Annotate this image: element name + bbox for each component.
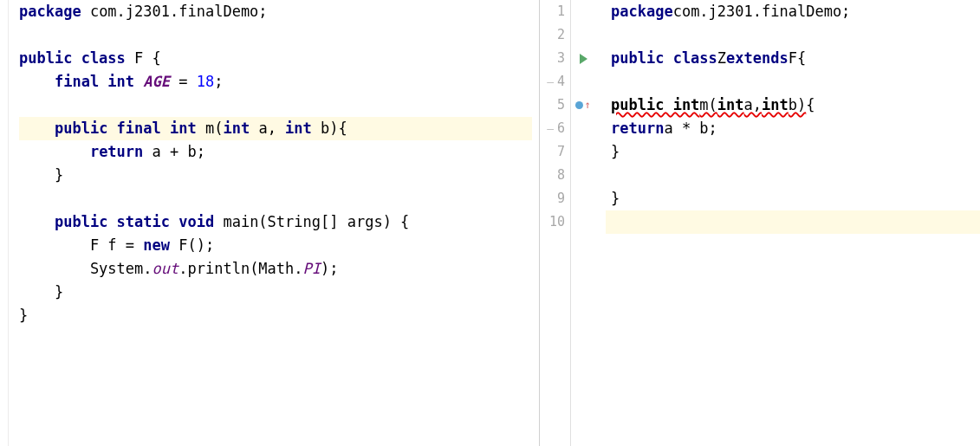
code-token: } bbox=[19, 281, 63, 304]
code-token: public final int bbox=[55, 117, 205, 140]
code-line[interactable]: public class Z extends F{ bbox=[606, 47, 980, 70]
code-token: F f = bbox=[19, 234, 143, 257]
code-token: out bbox=[153, 257, 179, 281]
code-token: public int bbox=[611, 94, 699, 117]
code-token: ); bbox=[321, 257, 338, 281]
code-token: m( bbox=[699, 94, 717, 117]
code-token: a, bbox=[744, 94, 762, 117]
code-line[interactable] bbox=[606, 70, 980, 94]
code-token: } bbox=[19, 304, 28, 327]
code-line[interactable]: public class F { bbox=[19, 47, 532, 70]
right-code-area[interactable]: package com.j2301.finalDemo;public class… bbox=[595, 0, 980, 446]
code-token: extends bbox=[726, 47, 789, 70]
code-token: com.j2301.finalDemo; bbox=[90, 0, 268, 23]
code-token: a * b; bbox=[664, 117, 717, 140]
dash-gutter-icon[interactable] bbox=[571, 117, 595, 140]
code-line[interactable]: F f = new F(); bbox=[19, 234, 532, 257]
code-line[interactable]: } bbox=[606, 187, 980, 210]
code-token: { bbox=[806, 94, 815, 117]
code-line[interactable] bbox=[19, 187, 532, 210]
gutter-blank bbox=[571, 187, 595, 210]
code-token bbox=[19, 210, 55, 234]
right-editor-pane[interactable]: package com.j2301.finalDemo;public class… bbox=[595, 0, 980, 446]
code-token bbox=[19, 140, 90, 164]
code-line[interactable] bbox=[19, 94, 532, 117]
code-token: a + b; bbox=[153, 140, 205, 164]
line-number[interactable]: 2 bbox=[540, 23, 565, 47]
override-gutter-icon[interactable]: ↑ bbox=[571, 94, 595, 117]
line-number-gutter[interactable]: 123—45—678910 bbox=[540, 0, 571, 446]
code-token: public class bbox=[611, 47, 717, 70]
code-token: System. bbox=[19, 257, 153, 281]
code-token: b) bbox=[789, 94, 806, 117]
override-icon: ↑ bbox=[575, 94, 590, 117]
code-token: a, bbox=[258, 117, 285, 140]
code-line[interactable]: public static void main(String[] args) { bbox=[19, 210, 532, 234]
run-icon bbox=[580, 54, 587, 64]
line-number[interactable]: —4 bbox=[540, 70, 565, 94]
code-token: int bbox=[762, 94, 789, 117]
line-number[interactable]: 5 bbox=[540, 94, 565, 117]
gutter-blank bbox=[571, 0, 595, 23]
code-token: AGE bbox=[143, 70, 170, 94]
dash-gutter-icon[interactable] bbox=[571, 70, 595, 94]
code-line[interactable]: public final int m(int a, int b){ bbox=[19, 117, 532, 140]
code-line[interactable] bbox=[606, 23, 980, 47]
code-token: new bbox=[143, 234, 178, 257]
code-line[interactable] bbox=[19, 23, 532, 47]
code-token: Z bbox=[717, 47, 726, 70]
code-line[interactable] bbox=[606, 210, 980, 234]
left-code-area[interactable]: package com.j2301.finalDemo;public class… bbox=[0, 0, 539, 327]
line-number[interactable]: 9 bbox=[540, 187, 565, 210]
code-token: b){ bbox=[321, 117, 347, 140]
code-token: return bbox=[90, 140, 153, 164]
code-line[interactable]: final int AGE = 18; bbox=[19, 70, 532, 94]
gutter-icon-column[interactable]: ↑ bbox=[571, 0, 595, 446]
gutter-blank bbox=[571, 23, 595, 47]
code-token: public class bbox=[19, 47, 134, 70]
code-token bbox=[19, 70, 55, 94]
code-token: F { bbox=[134, 47, 161, 70]
code-token: PI bbox=[303, 257, 321, 281]
line-number[interactable]: 7 bbox=[540, 140, 565, 164]
code-line[interactable]: } bbox=[19, 281, 532, 304]
code-line[interactable] bbox=[606, 164, 980, 187]
code-token: } bbox=[19, 164, 63, 187]
line-number[interactable]: 8 bbox=[540, 164, 565, 187]
gutter-blank bbox=[571, 140, 595, 164]
line-number[interactable]: —6 bbox=[540, 117, 565, 140]
code-token: } bbox=[611, 187, 620, 210]
code-line[interactable]: return a * b; bbox=[606, 117, 980, 140]
code-token: return bbox=[611, 117, 664, 140]
code-line[interactable]: System.out.println(Math.PI); bbox=[19, 257, 532, 281]
code-line[interactable]: } bbox=[19, 304, 532, 327]
code-line[interactable]: package com.j2301.finalDemo; bbox=[606, 0, 980, 23]
gutter-blank bbox=[571, 210, 595, 234]
gutter-blank bbox=[571, 164, 595, 187]
collapse-dash-icon: — bbox=[547, 70, 554, 94]
code-line[interactable]: public int m(int a,int b){ bbox=[606, 94, 980, 117]
code-token: int bbox=[717, 94, 744, 117]
line-number[interactable]: 10 bbox=[540, 210, 565, 234]
code-line[interactable]: package com.j2301.finalDemo; bbox=[19, 0, 532, 23]
code-token: main(String[] args) { bbox=[223, 210, 409, 234]
code-line[interactable]: } bbox=[19, 164, 532, 187]
code-line[interactable]: return a + b; bbox=[19, 140, 532, 164]
code-line[interactable]: } bbox=[606, 140, 980, 164]
code-token: .println(Math. bbox=[178, 257, 302, 281]
code-token bbox=[19, 117, 55, 140]
code-token: int bbox=[223, 117, 258, 140]
left-editor-pane[interactable]: package com.j2301.finalDemo;public class… bbox=[0, 0, 540, 446]
code-token: public static void bbox=[55, 210, 223, 234]
code-token: F(); bbox=[178, 234, 214, 257]
code-token: int bbox=[285, 117, 321, 140]
run-gutter-icon[interactable] bbox=[571, 47, 595, 70]
code-token: final int bbox=[55, 70, 143, 94]
collapse-dash-icon: — bbox=[547, 117, 554, 140]
code-token: package bbox=[19, 0, 90, 23]
code-token: m( bbox=[205, 117, 223, 140]
code-token: 18 bbox=[197, 70, 214, 94]
line-number[interactable]: 1 bbox=[540, 0, 565, 23]
line-number[interactable]: 3 bbox=[540, 47, 565, 70]
code-token: com.j2301.finalDemo; bbox=[673, 0, 851, 23]
